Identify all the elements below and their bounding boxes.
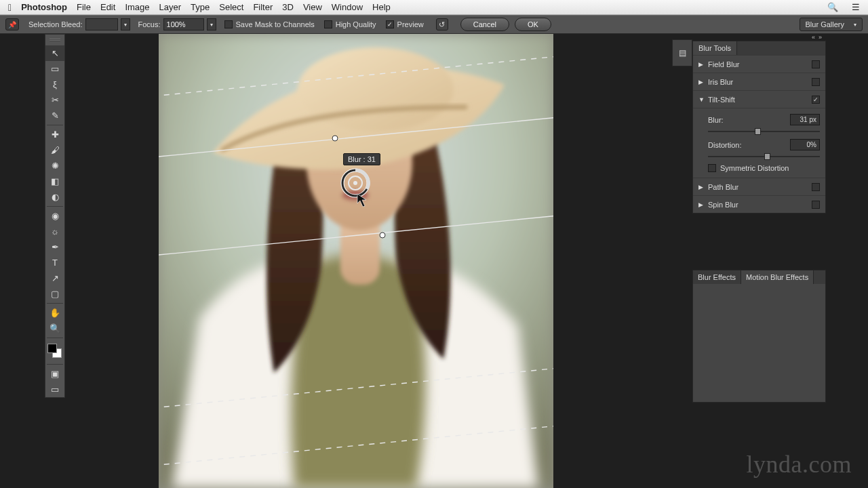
zoom-tool-icon[interactable]: 🔍 bbox=[45, 321, 64, 336]
panel-collapse-icon[interactable]: « » bbox=[673, 34, 826, 39]
menu-layer[interactable]: Layer bbox=[159, 2, 182, 12]
selection-bleed-dropdown[interactable]: ▾ bbox=[121, 18, 130, 30]
checkbox-icon bbox=[224, 20, 233, 28]
tab-blur-effects[interactable]: Blur Effects bbox=[693, 270, 741, 284]
toggle-checkbox[interactable]: ✓ bbox=[812, 96, 820, 104]
menu-view[interactable]: View bbox=[303, 2, 322, 12]
blur-label: Blur: bbox=[708, 116, 790, 124]
panel-icon-strip[interactable]: ▤ bbox=[672, 39, 692, 66]
disclosure-icon: ▶ bbox=[698, 61, 705, 68]
app-name[interactable]: Photoshop bbox=[21, 2, 67, 12]
selection-bleed-label: Selection Bleed: bbox=[28, 20, 83, 28]
spotlight-icon[interactable]: 🔍 bbox=[827, 2, 838, 12]
menu-extras-icon[interactable]: ☰ bbox=[852, 2, 860, 12]
menu-type[interactable]: Type bbox=[191, 2, 210, 12]
blur-tool-icon[interactable]: ◉ bbox=[45, 208, 64, 224]
options-bar: 📌 Selection Bleed: ▾ Focus: 100% ▾ Save … bbox=[0, 15, 868, 34]
panel-options-icon[interactable]: ▤ bbox=[673, 40, 692, 66]
distortion-value-input[interactable]: 0% bbox=[790, 139, 820, 150]
eraser-tool-icon[interactable]: ◧ bbox=[45, 174, 64, 189]
panel-tab-bar: Blur Tools bbox=[693, 41, 825, 55]
menu-select[interactable]: Select bbox=[219, 2, 243, 12]
disclosure-icon: ▶ bbox=[698, 201, 705, 208]
blur-gallery-dropdown[interactable]: Blur Gallery▾ bbox=[800, 18, 863, 31]
quickmask-icon[interactable]: ▣ bbox=[45, 366, 64, 382]
blur-value-input[interactable]: 31 px bbox=[790, 114, 820, 125]
toggle-checkbox[interactable] bbox=[812, 78, 820, 86]
hand-tool-icon[interactable]: ✋ bbox=[45, 305, 64, 321]
checkbox-icon bbox=[708, 164, 716, 172]
tab-motion-blur-effects[interactable]: Motion Blur Effects bbox=[741, 270, 814, 284]
focus-label: Focus: bbox=[138, 20, 161, 28]
effects-tab-bar: Blur Effects Motion Blur Effects bbox=[693, 270, 825, 284]
color-swatches[interactable] bbox=[45, 342, 64, 361]
preview-option[interactable]: ✓Preview bbox=[386, 20, 424, 28]
svg-point-11 bbox=[380, 232, 385, 238]
screenmode-icon[interactable]: ▭ bbox=[45, 382, 64, 397]
disclosure-icon: ▶ bbox=[698, 184, 705, 190]
document-canvas[interactable]: Blur : 31 bbox=[159, 34, 553, 488]
mac-menubar:  Photoshop File Edit Image Layer Type S… bbox=[0, 0, 868, 15]
high-quality-option[interactable]: High Quality bbox=[324, 20, 376, 28]
menu-3d[interactable]: 3D bbox=[282, 2, 294, 12]
blur-effects-panel: Blur Effects Motion Blur Effects bbox=[692, 270, 826, 403]
menu-window[interactable]: Window bbox=[332, 2, 363, 12]
selection-bleed-input[interactable] bbox=[85, 18, 118, 30]
toggle-checkbox[interactable] bbox=[812, 201, 820, 209]
lasso-tool-icon[interactable]: ξ bbox=[45, 77, 64, 92]
field-blur-row[interactable]: ▶ Field Blur bbox=[693, 55, 825, 73]
panel-tab-blur-tools[interactable]: Blur Tools bbox=[693, 41, 737, 55]
apple-menu-icon[interactable]:  bbox=[8, 2, 12, 13]
svg-point-10 bbox=[332, 136, 338, 141]
save-mask-option[interactable]: Save Mask to Channels bbox=[224, 20, 315, 28]
ok-button[interactable]: OK bbox=[515, 18, 551, 31]
distortion-label: Distortion: bbox=[708, 141, 790, 149]
toggle-checkbox[interactable] bbox=[812, 183, 820, 191]
pin-tool-icon[interactable]: 📌 bbox=[5, 18, 19, 30]
panel-grip[interactable] bbox=[45, 39, 64, 44]
crop-tool-icon[interactable]: ✂ bbox=[45, 92, 64, 108]
distortion-slider[interactable] bbox=[708, 153, 820, 160]
menu-image[interactable]: Image bbox=[125, 2, 149, 12]
move-tool-icon[interactable]: ↖ bbox=[45, 45, 64, 61]
spin-blur-row[interactable]: ▶ Spin Blur bbox=[693, 195, 825, 213]
tools-panel: ↖ ▭ ξ ✂ ✎ ✚ 🖌 ✺ ◧ ◐ ◉ ☼ ✒ T ↗ ▢ ✋ 🔍 ▣ ▭ bbox=[45, 34, 65, 398]
watermark: lynda.com bbox=[747, 450, 852, 479]
blur-value-tooltip: Blur : 31 bbox=[343, 153, 380, 165]
shape-tool-icon[interactable]: ▢ bbox=[45, 286, 64, 302]
menu-help[interactable]: Help bbox=[372, 2, 391, 12]
pen-tool-icon[interactable]: ✒ bbox=[45, 239, 64, 255]
menu-edit[interactable]: Edit bbox=[100, 2, 115, 12]
type-tool-icon[interactable]: T bbox=[45, 255, 64, 270]
svg-point-15 bbox=[353, 181, 357, 185]
symmetric-distortion-option[interactable]: Symmetric Distortion bbox=[708, 164, 820, 172]
cancel-button[interactable]: Cancel bbox=[460, 18, 509, 31]
menu-file[interactable]: File bbox=[77, 2, 91, 12]
focus-input[interactable]: 100% bbox=[163, 18, 204, 30]
toggle-checkbox[interactable] bbox=[812, 60, 820, 68]
eyedropper-tool-icon[interactable]: ✎ bbox=[45, 108, 64, 123]
path-blur-row[interactable]: ▶ Path Blur bbox=[693, 178, 825, 195]
blur-tools-panel: Blur Tools ▶ Field Blur ▶ Iris Blur ▼ Ti… bbox=[692, 41, 826, 214]
checkbox-icon bbox=[324, 20, 332, 28]
checkbox-icon: ✓ bbox=[386, 20, 394, 28]
disclosure-icon: ▼ bbox=[698, 96, 705, 103]
healing-tool-icon[interactable]: ✚ bbox=[45, 127, 64, 142]
reset-icon[interactable]: ↺ bbox=[436, 18, 448, 30]
tilt-shift-row[interactable]: ▼ Tilt-Shift ✓ bbox=[693, 90, 825, 108]
stamp-tool-icon[interactable]: ✺ bbox=[45, 158, 64, 174]
marquee-tool-icon[interactable]: ▭ bbox=[45, 61, 64, 77]
menubar-right: 🔍 ☰ bbox=[816, 2, 860, 12]
menu-filter[interactable]: Filter bbox=[253, 2, 273, 12]
disclosure-icon: ▶ bbox=[698, 79, 705, 85]
tilt-shift-controls: Blur: 31 px Distortion: 0% Symmetric Dis… bbox=[693, 108, 825, 178]
path-tool-icon[interactable]: ↗ bbox=[45, 270, 64, 286]
brush-tool-icon[interactable]: 🖌 bbox=[45, 142, 64, 158]
blur-slider[interactable] bbox=[708, 128, 820, 135]
gradient-tool-icon[interactable]: ◐ bbox=[45, 189, 64, 205]
focus-dropdown[interactable]: ▾ bbox=[207, 18, 216, 30]
dodge-tool-icon[interactable]: ☼ bbox=[45, 224, 64, 239]
iris-blur-row[interactable]: ▶ Iris Blur bbox=[693, 73, 825, 90]
